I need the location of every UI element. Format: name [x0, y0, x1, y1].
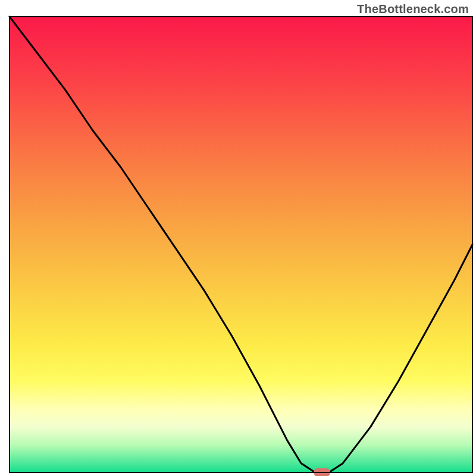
watermark-text: TheBottleneck.com	[357, 2, 469, 16]
chart-container: TheBottleneck.com	[0, 0, 476, 476]
plot-background	[10, 17, 472, 472]
bottleneck-chart	[0, 0, 476, 476]
